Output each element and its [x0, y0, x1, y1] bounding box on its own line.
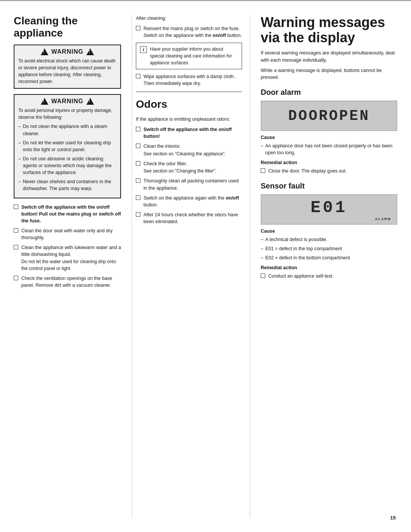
list-item: Close the door. The display goes out.	[261, 168, 397, 174]
warning-header-1: WARNING	[18, 48, 116, 55]
checkbox-icon	[136, 74, 140, 78]
odors-list: Switch off the appliance with the on/off…	[136, 126, 242, 225]
item-text: Wipe appliance surfaces with a damp clot…	[143, 73, 242, 87]
item-text-part2: button.	[143, 202, 158, 208]
list-item: E01 = defect in the top compartment	[261, 245, 397, 252]
item-text-bold: Switch off the appliance with the on/off…	[21, 204, 121, 224]
info-box: i Have your supplier inform you about sp…	[136, 43, 242, 69]
info-text: Have your supplier inform you about spec…	[150, 46, 238, 66]
list-item: Never clean shelves and containers in th…	[18, 178, 116, 192]
warning-triangle-left-1	[41, 48, 48, 55]
list-item: Do not clean the appliance with a steam …	[18, 123, 116, 137]
checkbox-icon	[136, 212, 140, 217]
door-alarm-display: DOOROPEN	[261, 101, 397, 131]
checkbox-icon	[14, 245, 18, 249]
list-item: Clean the interior. See section on "Clea…	[136, 143, 242, 157]
list-item: Switch on the appliance again with the o…	[136, 195, 242, 208]
display-text-e01: E01	[267, 198, 391, 217]
col-right: Warning messages via the display If seve…	[250, 15, 397, 518]
cleaning-title: Cleaning the appliance	[14, 15, 121, 39]
checkbox-icon	[136, 178, 140, 183]
item-text-bold: on/off	[213, 33, 226, 38]
item-subtext: Do not let the water used for cleaning d…	[21, 259, 121, 272]
checkbox-icon	[136, 127, 140, 131]
list-item: A technical defect is possible.	[261, 236, 397, 243]
list-item: An appliance door has not been closed pr…	[261, 142, 397, 156]
door-cause-list: An appliance door has not been closed pr…	[261, 142, 397, 156]
odors-title: Odors	[136, 98, 242, 110]
door-cause-label: Cause	[261, 135, 397, 140]
item-text-bold: Switch off the appliance with the on/off…	[143, 126, 242, 140]
list-item: After 24 hours check whether the odors h…	[136, 211, 242, 225]
after-cleaning-list: Reinsert the mains plug or switch on the…	[136, 25, 242, 39]
warning-triangle-right-2	[86, 98, 94, 105]
left-bullet-list: Switch off the appliance with the on/off…	[14, 204, 121, 289]
wipe-list: Wipe appliance surfaces with a damp clot…	[136, 73, 242, 87]
item-text: Reinsert the mains plug or switch on the…	[143, 25, 242, 39]
item-subtext: See section on "Changing the filter".	[143, 168, 217, 174]
warning-intro-1: If several warning messages are displaye…	[261, 50, 397, 64]
checkbox-icon	[136, 26, 140, 30]
item-text: Check the ventilation openings on the ba…	[21, 275, 121, 289]
item-text: Thoroughly clean all packing containers …	[143, 177, 242, 191]
item-text-bold: on/off	[226, 195, 239, 201]
item-text: Clean the appliance with lukewarm water …	[21, 245, 121, 257]
item-text: Conduct an appliance self-test.	[268, 273, 334, 280]
item-text: After 24 hours check whether the odors h…	[143, 211, 242, 225]
display-text-dooropen: DOOROPEN	[288, 108, 370, 124]
item-subtext: See section on "Cleaning the appliance".	[143, 151, 226, 157]
page-number: 15	[390, 515, 396, 521]
list-item: Reinsert the mains plug or switch on the…	[136, 25, 242, 39]
checkbox-icon	[136, 195, 140, 200]
list-item: Clean the appliance with lukewarm water …	[14, 244, 121, 272]
checkbox-icon	[14, 276, 18, 280]
warning-text-2: To avoid personal injuries or property d…	[18, 107, 116, 121]
sensor-remedial-list: Conduct an appliance self-test.	[261, 273, 397, 280]
checkbox-icon	[261, 168, 265, 173]
warning-triangle-right-1	[86, 48, 94, 55]
checkbox-icon	[136, 144, 140, 148]
sensor-remedial-label: Remedial action	[261, 265, 397, 270]
warning-box-2: WARNING To avoid personal injuries or pr…	[14, 94, 121, 198]
item-text-part1: Switch on the appliance again with the	[143, 195, 226, 201]
item-text: Switch on the appliance again with the o…	[143, 195, 242, 208]
list-item: Switch off the appliance with the on/off…	[136, 126, 242, 140]
door-remedial-list: Close the door. The display goes out.	[261, 168, 397, 174]
item-text: Check the odor filter.	[143, 161, 187, 166]
mid-rule	[136, 91, 242, 92]
odors-intro: If the appliance is emitting unpleasant …	[136, 116, 242, 123]
warning-box-1: WARNING To avoid electrical shock which …	[14, 45, 121, 89]
list-item: Wipe appliance surfaces with a damp clot…	[136, 73, 242, 87]
list-item: Thoroughly clean all packing containers …	[136, 177, 242, 191]
list-item: Do not let the water used for cleaning d…	[18, 139, 116, 153]
info-icon: i	[140, 46, 147, 53]
col-mid: After cleaning: Reinsert the mains plug …	[132, 15, 250, 518]
item-text: Clean the door seal with water only and …	[21, 227, 121, 241]
item-text-part2: button.	[226, 33, 242, 38]
sensor-cause-list: A technical defect is possible. E01 = de…	[261, 236, 397, 261]
warning-intro-2: While a warning message is displayed, bu…	[261, 67, 397, 81]
checkbox-icon	[14, 228, 18, 233]
page: Cleaning the appliance WARNING To avoid …	[0, 0, 411, 532]
checkbox-icon	[136, 161, 140, 166]
col-left: Cleaning the appliance WARNING To avoid …	[14, 15, 132, 518]
warning-messages-title: Warning messages via the display	[261, 15, 397, 45]
checkbox-icon	[261, 273, 265, 278]
after-cleaning-label: After cleaning:	[136, 15, 242, 22]
list-item: Clean the door seal with water only and …	[14, 227, 121, 241]
sensor-fault-display: E01 ALARM	[261, 194, 397, 225]
warning-dash-list: Do not clean the appliance with a steam …	[18, 123, 116, 192]
list-item: Check the odor filter. See section on "C…	[136, 160, 242, 175]
list-item: Switch off the appliance with the on/off…	[14, 204, 121, 224]
warning-triangle-left-2	[41, 98, 48, 105]
door-remedial-label: Remedial action	[261, 160, 397, 165]
item-text: Close the door. The display goes out.	[268, 168, 347, 174]
list-item: Conduct an appliance self-test.	[261, 273, 397, 280]
door-alarm-title: Door alarm	[261, 88, 397, 97]
alarm-label: ALARM	[375, 217, 392, 221]
sensor-fault-title: Sensor fault	[261, 182, 397, 190]
warning-header-2: WARNING	[18, 98, 116, 105]
warning-label-2: WARNING	[51, 98, 83, 105]
warning-text-1: To avoid electrical shock which can caus…	[18, 58, 116, 85]
checkbox-icon	[14, 204, 18, 209]
